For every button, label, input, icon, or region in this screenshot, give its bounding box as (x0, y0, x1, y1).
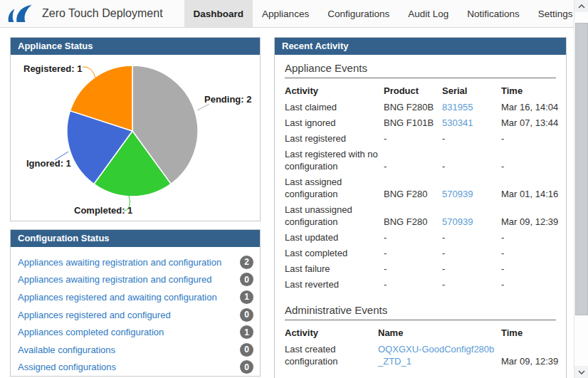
table-row: Last created configurationOQXGXU-GoodCon… (285, 342, 557, 369)
count-badge: 0 (240, 273, 253, 286)
column-header: Name (378, 325, 501, 342)
table-row: Last failure--- (285, 261, 557, 277)
count-badge: 0 (240, 360, 253, 374)
pie-label-completed: Completed: 1 (74, 205, 132, 216)
config-status-link[interactable]: Appliances registered and configured (18, 310, 240, 320)
chevron-up-icon (578, 4, 585, 9)
appliance-status-panel: Appliance Status Pending: 2Completed: 1I… (10, 37, 261, 221)
table-header-row: ActivityProductSerialTime (285, 83, 557, 100)
recent-activity-body: Appliance Events ActivityProductSerialTi… (275, 62, 566, 369)
scrollbar-thumb[interactable] (575, 23, 588, 315)
column-header: Time (501, 325, 557, 342)
recent-activity-panel: Recent Activity Appliance Events Activit… (274, 37, 567, 378)
logo-wrap (0, 0, 42, 27)
config-status-link[interactable]: Appliances awaiting registration and con… (18, 274, 240, 285)
cell-product: - (384, 261, 442, 277)
cell-product: BNG F280B (384, 100, 442, 115)
cell-product: BNG F280 (384, 202, 442, 230)
appliance-status-header: Appliance Status (11, 38, 260, 55)
config-status-row: Appliances completed configuration1 (18, 323, 253, 341)
table-row: Last registered with no configuration--- (285, 147, 557, 174)
table-row: Last unassigned configurationBNG F280570… (285, 202, 557, 230)
cell-name: OQXGXU-GoodConfigf280b_ZTD_1 (378, 342, 501, 369)
administrative-events-title: Administrative Events (285, 304, 556, 316)
cell-time: Mar 16, 14:04 (501, 100, 557, 115)
pie-leader-line-pending (197, 104, 209, 110)
barracuda-logo-icon (6, 4, 35, 23)
scrollbar-down-button[interactable] (574, 366, 588, 378)
vertical-scrollbar[interactable] (574, 0, 588, 378)
configuration-status-panel: Configuration Status Appliances awaiting… (10, 229, 261, 377)
cell-product: - (384, 230, 442, 246)
serial-link[interactable]: 570939 (442, 189, 473, 199)
scrollbar-up-button[interactable] (574, 0, 588, 12)
count-badge: 1 (240, 290, 253, 304)
column-header: Activity (285, 325, 378, 342)
table-row: Last ignoredBNG F101B530341Mar 07, 13:44 (285, 115, 557, 131)
serial-link[interactable]: 530341 (442, 117, 473, 128)
cell-activity: Last ignored (285, 115, 384, 131)
table-header-row: ActivityNameTime (285, 325, 557, 342)
config-status-row: Appliances awaiting registration and con… (18, 271, 253, 289)
cell-serial: - (442, 261, 501, 277)
count-badge: 0 (240, 343, 253, 357)
cell-serial: - (442, 246, 501, 261)
config-status-link[interactable]: Appliances completed configuration (18, 327, 240, 337)
cell-time: Mar 07, 13:44 (501, 115, 557, 131)
cell-activity: Last completed (285, 246, 384, 261)
cell-activity: Last unassigned configuration (285, 202, 384, 230)
config-status-link[interactable]: Assigned configurations (18, 362, 240, 372)
table-row: Last updated--- (285, 230, 557, 246)
cell-time: - (501, 230, 557, 246)
cell-activity: Last failure (285, 261, 384, 277)
app-title: Zero Touch Deployment (42, 0, 184, 27)
cell-time: Mar 09, 12:39 (501, 342, 557, 369)
name-link[interactable]: OQXGXU-GoodConfigf280b_ZTD_1 (378, 344, 494, 367)
tab-dashboard[interactable]: Dashboard (184, 0, 253, 27)
cell-time: - (501, 277, 557, 293)
cell-serial: - (442, 131, 501, 147)
count-badge: 1 (240, 325, 253, 339)
cell-time: Mar 09, 12:39 (501, 202, 557, 230)
appliance-events-table: ActivityProductSerialTimeLast claimedBNG… (285, 83, 557, 293)
cell-product: BNG F280 (384, 174, 442, 202)
config-status-row: Assigned configurations0 (18, 359, 253, 377)
cell-serial: 831955 (442, 100, 501, 115)
cell-activity: Last registered (285, 131, 384, 147)
column-header: Activity (285, 83, 384, 100)
configuration-status-list: Appliances awaiting registration and con… (11, 247, 260, 376)
navbar: Zero Touch Deployment Dashboard Applianc… (0, 0, 574, 28)
configuration-status-header: Configuration Status (11, 230, 260, 247)
cell-serial: 570939 (442, 202, 501, 230)
tab-configurations[interactable]: Configurations (318, 0, 399, 27)
tab-appliances[interactable]: Appliances (253, 0, 318, 27)
table-row: Last reverted--- (285, 277, 557, 293)
config-status-row: Appliances registered and awaiting confi… (18, 288, 253, 306)
cell-time: - (501, 147, 557, 174)
tab-notifications[interactable]: Notifications (458, 0, 529, 27)
column-header: Product (384, 83, 442, 100)
config-status-row: Appliances registered and configured0 (18, 306, 253, 324)
cell-serial: 530341 (442, 115, 501, 131)
config-status-row: Available configurations0 (18, 341, 253, 359)
pie-label-pending: Pending: 2 (204, 94, 251, 105)
serial-link[interactable]: 831955 (442, 102, 473, 112)
config-status-link[interactable]: Available configurations (18, 345, 240, 355)
cell-product: - (384, 131, 442, 147)
count-badge: 0 (240, 308, 253, 322)
cell-serial: 570939 (442, 174, 501, 202)
pie-label-ignored: Ignored: 1 (26, 158, 71, 169)
pie-leader-line-registered (83, 67, 96, 79)
administrative-events-rule (285, 320, 556, 320)
cell-activity: Last claimed (285, 100, 384, 115)
table-row: Last claimedBNG F280B831955Mar 16, 14:04 (285, 100, 557, 115)
chevron-down-icon (578, 370, 585, 374)
tab-audit-log[interactable]: Audit Log (399, 0, 458, 27)
config-status-link[interactable]: Appliances awaiting registration and con… (18, 257, 240, 268)
cell-time: - (501, 246, 557, 261)
config-status-link[interactable]: Appliances registered and awaiting confi… (18, 292, 240, 303)
appliance-status-pie-chart: Pending: 2Completed: 1Ignored: 1Register… (11, 55, 260, 221)
serial-link[interactable]: 570939 (442, 216, 473, 227)
app-window: Zero Touch Deployment Dashboard Applianc… (0, 0, 588, 378)
cell-time: - (501, 261, 557, 277)
